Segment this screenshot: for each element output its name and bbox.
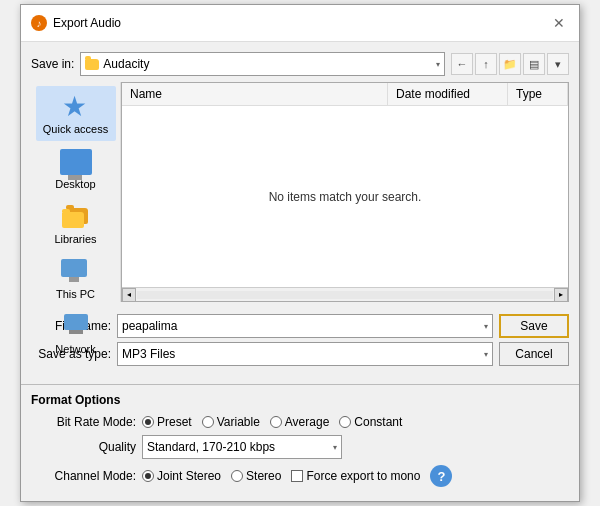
dialog-title: Export Audio: [53, 16, 121, 30]
radio-average[interactable]: Average: [270, 415, 329, 429]
bit-rate-label: Bit Rate Mode:: [31, 415, 136, 429]
toolbar-buttons: ← ↑ 📁 ▤ ▾: [451, 53, 569, 75]
libraries-icon: [60, 204, 92, 230]
horizontal-scrollbar[interactable]: ◂ ▸: [122, 287, 568, 301]
bit-rate-options: Preset Variable Average Constant: [142, 415, 402, 429]
save-button[interactable]: Save: [499, 314, 569, 338]
cancel-button[interactable]: Cancel: [499, 342, 569, 366]
help-button[interactable]: ?: [430, 465, 452, 487]
sidebar-label-quick-access: Quick access: [43, 123, 108, 135]
bottom-rows: File name: peapalima ▾ Save Save as type…: [31, 308, 569, 366]
up-button[interactable]: ↑: [475, 53, 497, 75]
radio-constant-circle: [339, 416, 351, 428]
radio-constant[interactable]: Constant: [339, 415, 402, 429]
radio-joint-stereo-label: Joint Stereo: [157, 469, 221, 483]
save-in-dropdown[interactable]: Audacity ▾: [80, 52, 445, 76]
col-name[interactable]: Name: [122, 83, 388, 105]
quick-access-icon: [60, 92, 92, 120]
main-area: Quick access Desktop Libraries: [31, 82, 569, 302]
sidebar-label-libraries: Libraries: [54, 233, 96, 245]
quality-dropdown[interactable]: Standard, 170-210 kbps ▾: [142, 435, 342, 459]
radio-joint-stereo-circle: [142, 470, 154, 482]
saveas-label: Save as type:: [31, 347, 111, 361]
close-button[interactable]: ✕: [549, 13, 569, 33]
quality-row: Quality Standard, 170-210 kbps ▾: [31, 435, 569, 459]
file-list: Name Date modified Type No items match y…: [121, 82, 569, 302]
radio-variable-label: Variable: [217, 415, 260, 429]
radio-stereo-circle: [231, 470, 243, 482]
radio-joint-stereo[interactable]: Joint Stereo: [142, 469, 221, 483]
new-folder-button[interactable]: 📁: [499, 53, 521, 75]
empty-message: No items match your search.: [269, 190, 422, 204]
view-button[interactable]: ▤: [523, 53, 545, 75]
export-audio-dialog: ♪ Export Audio ✕ Save in: Audacity ▾ ← ↑…: [20, 4, 580, 502]
scroll-track: [137, 291, 553, 299]
file-list-body: No items match your search.: [122, 106, 568, 287]
save-in-row: Save in: Audacity ▾ ← ↑ 📁 ▤ ▾: [31, 52, 569, 76]
back-button[interactable]: ←: [451, 53, 473, 75]
col-date[interactable]: Date modified: [388, 83, 508, 105]
sidebar-item-quick-access[interactable]: Quick access: [36, 86, 116, 141]
radio-preset[interactable]: Preset: [142, 415, 192, 429]
force-mono-label: Force export to mono: [306, 469, 420, 483]
sidebar-item-this-pc[interactable]: This PC: [36, 253, 116, 306]
radio-variable-circle: [202, 416, 214, 428]
channel-options: Joint Stereo Stereo Force export to mono…: [142, 465, 452, 487]
col-type[interactable]: Type: [508, 83, 568, 105]
file-name-value: peapalima: [122, 319, 177, 333]
folder-icon: [85, 59, 99, 70]
app-icon: ♪: [31, 15, 47, 31]
saveas-dropdown[interactable]: MP3 Files ▾: [117, 342, 493, 366]
force-mono-box: [291, 470, 303, 482]
saveas-row: Save as type: MP3 Files ▾ Cancel: [31, 342, 569, 366]
radio-average-label: Average: [285, 415, 329, 429]
save-label: Save: [520, 319, 547, 333]
network-icon: [61, 314, 91, 340]
desktop-icon: [60, 149, 92, 175]
radio-variable[interactable]: Variable: [202, 415, 260, 429]
format-options: Format Options Bit Rate Mode: Preset Var…: [21, 384, 579, 501]
radio-preset-circle: [142, 416, 154, 428]
sidebar-label-this-pc: This PC: [56, 288, 95, 300]
saveas-value: MP3 Files: [122, 347, 175, 361]
radio-preset-label: Preset: [157, 415, 192, 429]
scroll-left-button[interactable]: ◂: [122, 288, 136, 302]
channel-row: Channel Mode: Joint Stereo Stereo Force …: [31, 465, 569, 487]
bit-rate-row: Bit Rate Mode: Preset Variable Average C…: [31, 415, 569, 429]
cancel-label: Cancel: [515, 347, 552, 361]
dropdown-arrow: ▾: [436, 60, 440, 69]
channel-label: Channel Mode:: [31, 469, 136, 483]
this-pc-icon: [61, 259, 91, 285]
quality-label: Quality: [31, 440, 136, 454]
title-bar: ♪ Export Audio ✕: [21, 5, 579, 42]
save-in-value: Audacity: [103, 57, 149, 71]
sidebar-item-libraries[interactable]: Libraries: [36, 198, 116, 251]
radio-constant-label: Constant: [354, 415, 402, 429]
saveas-dropdown-arrow: ▾: [484, 350, 488, 359]
view-arrow-button[interactable]: ▾: [547, 53, 569, 75]
format-options-title: Format Options: [31, 393, 569, 407]
filename-dropdown-arrow: ▾: [484, 322, 488, 331]
save-in-label: Save in:: [31, 57, 74, 71]
quality-dropdown-arrow: ▾: [333, 443, 337, 452]
radio-stereo-label: Stereo: [246, 469, 281, 483]
filename-row: File name: peapalima ▾ Save: [31, 314, 569, 338]
scroll-right-button[interactable]: ▸: [554, 288, 568, 302]
sidebar-item-desktop[interactable]: Desktop: [36, 143, 116, 196]
radio-stereo[interactable]: Stereo: [231, 469, 281, 483]
file-list-header: Name Date modified Type: [122, 83, 568, 106]
radio-average-circle: [270, 416, 282, 428]
dialog-content: Save in: Audacity ▾ ← ↑ 📁 ▤ ▾: [21, 42, 579, 376]
force-mono-checkbox[interactable]: Force export to mono: [291, 469, 420, 483]
sidebar: Quick access Desktop Libraries: [31, 82, 121, 302]
quality-value: Standard, 170-210 kbps: [147, 440, 275, 454]
file-name-input[interactable]: peapalima ▾: [117, 314, 493, 338]
